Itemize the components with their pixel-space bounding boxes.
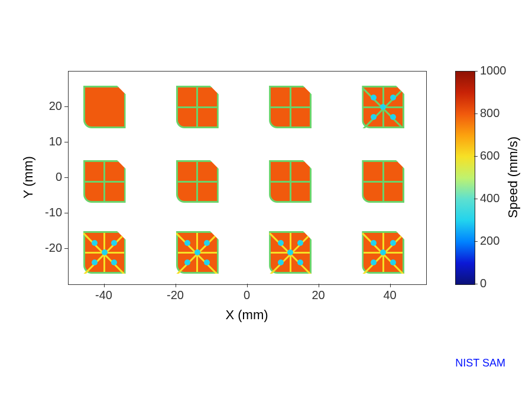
x-tick-label: -40 — [92, 288, 116, 302]
y-tick-label: 0 — [27, 170, 62, 184]
speed-node — [390, 114, 396, 120]
grid-line — [178, 181, 217, 183]
grid-line — [178, 106, 217, 108]
y-tick-label: 10 — [27, 135, 62, 148]
sample-glyph — [176, 231, 219, 274]
colorbar-tick-label: 1000 — [480, 64, 507, 77]
y-tickmark — [64, 177, 68, 178]
y-tickmark — [64, 248, 68, 249]
speed-node — [278, 240, 284, 246]
x-tickmark — [319, 284, 319, 287]
sample-glyph — [269, 160, 312, 203]
sample-glyph — [362, 86, 404, 128]
colorbar-tickmark — [474, 284, 478, 284]
colorbar-tickmark — [474, 113, 478, 114]
x-tick-label: 40 — [378, 288, 402, 302]
y-tick-label: -20 — [27, 241, 62, 255]
speed-node — [297, 259, 303, 265]
speed-node — [194, 249, 200, 255]
colorbar-label: Speed (mm/s) — [505, 71, 521, 284]
speed-node — [380, 249, 386, 255]
sample-glyph — [362, 231, 404, 274]
speed-node — [287, 249, 293, 255]
speed-node — [371, 95, 377, 100]
colorbar — [455, 71, 475, 285]
sample-glyph — [83, 86, 126, 128]
speed-node — [390, 95, 396, 100]
grid-line — [271, 181, 310, 183]
sample-glyph — [176, 86, 219, 128]
speed-node — [184, 259, 190, 265]
plot-area — [68, 71, 427, 285]
speed-node — [184, 240, 190, 246]
y-tickmark — [64, 213, 68, 213]
y-tickmark — [64, 106, 68, 107]
speed-node — [390, 240, 396, 246]
grid-line — [271, 106, 310, 108]
grid-line — [364, 181, 403, 183]
speed-node — [102, 249, 108, 255]
sample-glyph — [176, 160, 219, 203]
x-axis-label: X (mm) — [68, 307, 426, 323]
x-tick-label: -20 — [164, 288, 187, 302]
speed-node — [204, 240, 210, 246]
speed-node — [111, 259, 117, 265]
y-tick-label: -10 — [27, 206, 62, 219]
colorbar-tick-label: 800 — [480, 106, 499, 120]
sample-glyph — [83, 231, 126, 274]
y-tick-label: 20 — [27, 99, 62, 113]
speed-node — [92, 240, 98, 246]
speed-node — [371, 259, 377, 265]
grid-line — [85, 181, 124, 183]
speed-node — [371, 240, 377, 246]
speed-node — [390, 259, 396, 265]
x-tick-label: 20 — [307, 288, 330, 302]
sample-glyph — [83, 160, 126, 203]
x-tickmark — [176, 284, 176, 287]
colorbar-tick-label: 400 — [480, 192, 499, 205]
speed-node — [371, 114, 377, 120]
sample-glyph — [269, 231, 312, 274]
sample-glyph — [269, 86, 312, 128]
colorbar-tick-label: 0 — [480, 277, 486, 290]
x-tick-label: 0 — [235, 288, 259, 302]
colorbar-tickmark — [474, 199, 478, 199]
x-tickmark — [390, 284, 391, 287]
x-tickmark — [247, 284, 248, 287]
colorbar-tickmark — [474, 156, 478, 157]
speed-node — [204, 259, 210, 265]
speed-node — [297, 240, 303, 246]
speed-node — [111, 240, 117, 246]
speed-node — [92, 259, 98, 265]
sample-glyph — [362, 160, 404, 203]
speed-node — [380, 104, 386, 110]
colorbar-tick-label: 600 — [480, 149, 499, 163]
speed-node — [278, 259, 284, 265]
y-tickmark — [64, 142, 68, 142]
attribution-text: NIST SAM — [455, 357, 505, 369]
x-tickmark — [104, 284, 105, 287]
colorbar-tick-label: 200 — [480, 234, 499, 248]
colorbar-tickmark — [474, 241, 478, 242]
colorbar-tickmark — [474, 71, 478, 72]
